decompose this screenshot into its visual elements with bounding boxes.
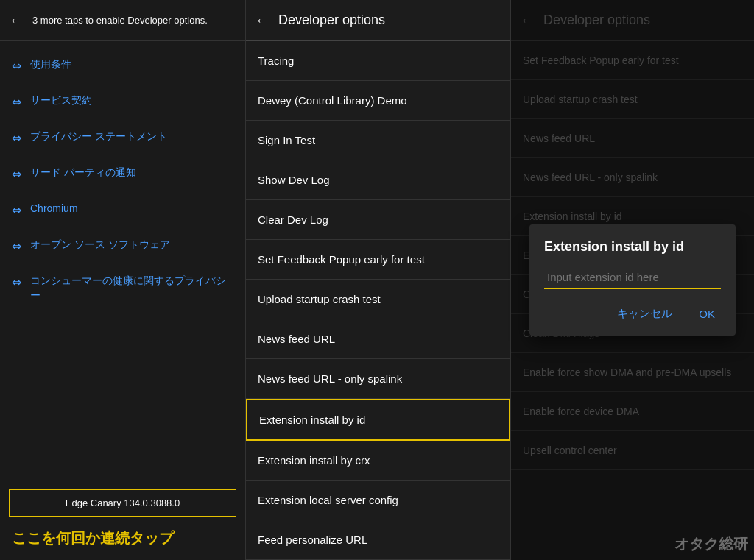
nav-label: サード パーティの通知 <box>30 166 136 180</box>
middle-list-item[interactable]: Extension local server config <box>246 481 510 520</box>
left-nav-item[interactable]: ⇔プライバシー ステートメント <box>0 119 245 155</box>
nav-label: オープン ソース ソフトウェア <box>30 238 170 252</box>
middle-header: ← Developer options <box>246 0 510 41</box>
middle-back-icon[interactable]: ← <box>255 12 269 29</box>
cancel-button[interactable]: キャンセル <box>611 304 678 324</box>
middle-list-item[interactable]: News feed URL - only spalink <box>246 359 510 399</box>
nav-label: 使用条件 <box>30 57 71 72</box>
back-icon[interactable]: ← <box>9 12 24 29</box>
middle-list-item[interactable]: Tracing <box>246 41 510 81</box>
middle-list-item[interactable]: Extension install by id <box>246 399 510 441</box>
ok-button[interactable]: OK <box>693 304 721 324</box>
extension-id-input[interactable] <box>544 266 721 289</box>
middle-panel: ← Developer options TracingDewey (Contro… <box>246 0 511 560</box>
link-icon: ⇔ <box>12 167 21 181</box>
right-panel: ← Developer options Set Feedback Popup e… <box>511 0 754 560</box>
middle-list-item[interactable]: Clear Dev Log <box>246 200 510 240</box>
dialog-title: Extension install by id <box>544 239 721 255</box>
middle-list-item[interactable]: Show Dev Log <box>246 160 510 200</box>
left-header-text: 3 more taps to enable Developer options. <box>32 15 236 26</box>
middle-list-item[interactable]: Set Feedback Popup early for test <box>246 240 510 280</box>
dialog-box: Extension install by id キャンセル OK <box>529 224 736 336</box>
link-icon: ⇔ <box>12 131 21 145</box>
nav-label: サービス契約 <box>30 93 92 108</box>
middle-list-item[interactable]: Sign In Test <box>246 121 510 160</box>
left-nav-item[interactable]: ⇔コンシューマーの健康に関するプライバシー <box>0 263 245 313</box>
left-nav: ⇔使用条件⇔サービス契約⇔プライバシー ステートメント⇔サード パーティの通知⇔… <box>0 41 245 483</box>
middle-list-item[interactable]: Feed personalize URL <box>246 520 510 560</box>
link-icon: ⇔ <box>12 275 21 289</box>
tap-instruction: ここを何回か連続タップ <box>0 522 245 560</box>
nav-label: コンシューマーの健康に関するプライバシー <box>30 274 233 302</box>
left-header: ← 3 more taps to enable Developer option… <box>0 0 245 41</box>
dialog-overlay: Extension install by id キャンセル OK <box>511 0 754 560</box>
link-icon: ⇔ <box>12 239 21 253</box>
version-box[interactable]: Edge Canary 134.0.3088.0 <box>9 489 236 517</box>
nav-label: プライバシー ステートメント <box>30 130 167 144</box>
left-nav-item[interactable]: ⇔サービス契約 <box>0 83 245 119</box>
link-icon: ⇔ <box>12 203 21 217</box>
version-text: Edge Canary 134.0.3088.0 <box>66 497 180 508</box>
nav-label: Chromium <box>30 202 78 216</box>
left-nav-item[interactable]: ⇔Chromium <box>0 191 245 227</box>
link-icon: ⇔ <box>12 59 21 73</box>
left-nav-item[interactable]: ⇔サード パーティの通知 <box>0 155 245 191</box>
middle-list-item[interactable]: Upload startup crash test <box>246 280 510 319</box>
middle-title: Developer options <box>278 13 385 28</box>
middle-list-item[interactable]: Dewey (Control Library) Demo <box>246 81 510 121</box>
middle-list-item[interactable]: News feed URL <box>246 319 510 359</box>
middle-list: TracingDewey (Control Library) DemoSign … <box>246 41 510 560</box>
link-icon: ⇔ <box>12 95 21 109</box>
dialog-buttons: キャンセル OK <box>544 304 721 324</box>
left-nav-item[interactable]: ⇔使用条件 <box>0 47 245 83</box>
middle-list-item[interactable]: Extension install by crx <box>246 441 510 481</box>
left-nav-item[interactable]: ⇔オープン ソース ソフトウェア <box>0 227 245 263</box>
left-panel: ← 3 more taps to enable Developer option… <box>0 0 246 560</box>
